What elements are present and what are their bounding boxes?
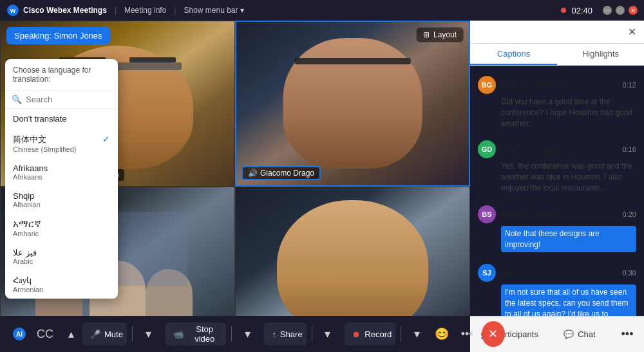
- chevron-down-icon-3: ▾: [325, 327, 330, 341]
- bottom-toolbar: AI CC ▴ 🎤 Mute ▾ 📹 Stop video ▾ ↑ Share: [0, 316, 470, 352]
- caption-entry-4: SJ Simon Jones 0:30 I'm not sure that al…: [470, 259, 644, 316]
- language-search[interactable]: 🔍: [5, 91, 118, 109]
- svg-text:W: W: [10, 8, 16, 14]
- emoji-icon: 😊: [435, 327, 449, 341]
- panel-title: ✓ Captions & Highlights: [478, 27, 583, 37]
- meeting-info-link[interactable]: Meeting info: [124, 6, 166, 15]
- caption-meta-3: BS Brandon Seeger 0:20: [478, 205, 636, 223]
- caption-meta-1: BG Barbara German 0:12: [478, 76, 636, 94]
- close-button[interactable]: ✕: [629, 6, 638, 15]
- caption-meta-4: SJ Simon Jones 0:30: [478, 264, 636, 282]
- mic-icon: 🎤: [90, 329, 100, 339]
- caption-name-3: Brandon Seeger: [501, 209, 618, 219]
- lang-option-no-translate[interactable]: Don't translate: [5, 109, 118, 129]
- lang-option-amharic[interactable]: አማርኛ Amharic: [5, 214, 118, 243]
- video-caret-button[interactable]: ▾: [237, 322, 258, 346]
- camera-icon: 📹: [173, 329, 184, 339]
- share-button[interactable]: ↑ Share: [264, 322, 306, 346]
- title-bar: W Cisco Webex Meetings | Meeting info | …: [0, 0, 644, 21]
- more-icon: •••: [621, 328, 634, 341]
- chevron-down-icon: ▾: [240, 6, 244, 15]
- stop-video-button[interactable]: 📹 Stop video: [166, 322, 226, 346]
- avatar-2: GD: [478, 140, 496, 158]
- share-icon: ↑: [272, 329, 276, 339]
- search-input[interactable]: [26, 95, 118, 104]
- mute-button[interactable]: 🎤 Mute: [82, 322, 127, 346]
- caption-entry-3: BS Brandon Seeger 0:20 Note that these d…: [470, 200, 644, 258]
- toolbar-center: 🎤 Mute ▾ 📹 Stop video ▾ ↑ Share ▾ ⏺ Reco…: [82, 321, 505, 347]
- lang-option-armenian[interactable]: Հаyկ Armenian: [5, 270, 118, 299]
- ai-assistant-button[interactable]: AI: [8, 322, 31, 346]
- caption-text-3: Note that these designs are improving!: [501, 226, 636, 253]
- record-button[interactable]: ⏺ Record: [345, 322, 395, 346]
- chevron-down-icon-4: ▾: [414, 327, 420, 341]
- caption-name-4: Simon Jones: [501, 268, 618, 278]
- emoji-button[interactable]: 😊: [431, 322, 453, 346]
- caption-time-4: 0:30: [623, 269, 636, 277]
- caption-meta-2: GD Giacomo Drago 0:16: [478, 140, 636, 158]
- app-name: Cisco Webex Meetings: [23, 6, 107, 15]
- layout-button[interactable]: ⊞ Layout: [416, 27, 464, 42]
- lang-option-albanian[interactable]: Shqip Albanian: [5, 186, 118, 214]
- right-panel: ✓ Captions & Highlights ✕ Captions Highl…: [470, 21, 644, 352]
- caption-text-1: Did you have a good time at the conferen…: [501, 97, 636, 129]
- avatar-4: SJ: [478, 264, 496, 282]
- chat-icon: 💬: [564, 329, 574, 339]
- toolbar-left: AI CC ▴: [8, 322, 82, 346]
- search-icon: 🔍: [12, 95, 22, 104]
- maximize-button[interactable]: □: [616, 6, 625, 15]
- tab-captions[interactable]: Captions: [470, 44, 557, 65]
- close-panel-button[interactable]: ✕: [628, 26, 636, 38]
- dropdown-header: Choose a language for translation:: [5, 59, 118, 91]
- captions-icon: CC: [37, 328, 53, 341]
- lang-option-chinese[interactable]: 简体中文 Chinese (Simplified) ✓: [5, 129, 118, 158]
- record-caret-button[interactable]: ▾: [406, 322, 428, 346]
- window-controls: 02:40 — □ ✕: [561, 6, 638, 15]
- more-options-button[interactable]: •••: [457, 322, 478, 346]
- panel-header: ✓ Captions & Highlights ✕: [470, 21, 644, 44]
- panel-tabs: Captions Highlights: [470, 44, 644, 66]
- chat-button[interactable]: 💬 Chat: [547, 326, 612, 343]
- avatar-1: BG: [478, 76, 496, 94]
- participant-name-2: 🔊 Giacomo Drago: [242, 166, 321, 180]
- check-circle-icon: ✓: [478, 27, 486, 37]
- avatar-3: BS: [478, 205, 496, 223]
- show-menu-link[interactable]: Show menu bar ▾: [184, 6, 243, 15]
- record-icon: ⏺: [352, 329, 361, 339]
- caption-name-2: Giacomo Drago: [501, 145, 618, 154]
- lang-option-afrikaans[interactable]: Afrikaans Afrikaans: [5, 158, 118, 186]
- end-call-button[interactable]: ✕: [482, 321, 505, 347]
- minimize-button[interactable]: —: [603, 6, 612, 15]
- caption-time-1: 0:12: [623, 81, 636, 89]
- caption-name-1: Barbara German: [501, 80, 618, 90]
- language-dropdown: Choose a language for translation: 🔍 Don…: [5, 59, 118, 299]
- recording-indicator: [561, 8, 566, 13]
- captions-toggle-button[interactable]: CC: [33, 322, 57, 346]
- svg-text:AI: AI: [16, 331, 23, 338]
- lang-option-arabic[interactable]: فيز علا Arabic: [5, 243, 118, 270]
- caption-text-2: Yes, the conference was good and the wea…: [501, 161, 636, 193]
- chevron-up-icon: ▴: [68, 327, 74, 341]
- ellipsis-icon: •••: [461, 328, 473, 341]
- mute-caret-button[interactable]: ▾: [138, 322, 159, 346]
- caption-time-3: 0:20: [623, 210, 636, 218]
- captions-caret-button[interactable]: ▴: [59, 322, 82, 346]
- video-area: Speaking: Simon Jones ⊞ Layout 👤 Barbara…: [0, 21, 470, 352]
- main-layout: Speaking: Simon Jones ⊞ Layout 👤 Barbara…: [0, 21, 644, 352]
- caption-entry-1: BG Barbara German 0:12 Did you have a go…: [470, 71, 644, 134]
- chevron-down-icon-2: ▾: [245, 327, 251, 341]
- check-icon: ✓: [102, 134, 110, 144]
- end-call-icon: ✕: [488, 327, 498, 341]
- meeting-time: 02:40: [571, 6, 592, 15]
- caption-time-2: 0:16: [623, 145, 636, 153]
- tab-highlights[interactable]: Highlights: [557, 44, 644, 65]
- chevron-down-icon: ▾: [146, 327, 151, 341]
- more-panel-button[interactable]: •••: [616, 323, 639, 346]
- caption-text-4: I'm not sure that all of us have seen th…: [501, 284, 636, 316]
- share-caret-button[interactable]: ▾: [317, 322, 339, 346]
- video-cell-2: 🔊 Giacomo Drago: [235, 21, 470, 187]
- captions-list: BG Barbara German 0:12 Did you have a go…: [470, 66, 644, 316]
- speaking-badge: Speaking: Simon Jones: [6, 27, 110, 44]
- caption-entry-2: GD Giacomo Drago 0:16 Yes, the conferenc…: [470, 135, 644, 198]
- app-logo: W Cisco Webex Meetings: [6, 4, 107, 17]
